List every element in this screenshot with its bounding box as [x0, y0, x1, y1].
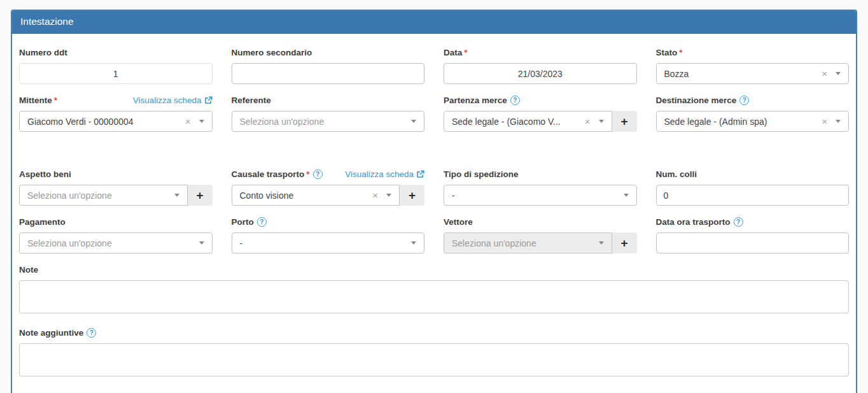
add-partenza-merce-button[interactable]: + [612, 111, 637, 132]
tipo-spedizione-label: Tipo di spedizione [444, 169, 637, 179]
tipo-spedizione-select[interactable]: - [444, 185, 637, 206]
clear-icon[interactable]: × [185, 117, 191, 126]
help-icon[interactable]: ? [87, 328, 96, 338]
note-aggiuntive-label: Note aggiuntive ? [19, 327, 849, 338]
plus-icon: + [409, 189, 416, 203]
field-partenza-merce: Partenza merce ? Sede legale - (Giacomo … [444, 95, 637, 132]
field-note-aggiuntive: Note aggiuntive ? [19, 327, 849, 379]
add-causale-trasporto-button[interactable]: + [400, 185, 424, 206]
field-pagamento: Pagamento Seleziona un'opzione [19, 217, 213, 254]
numero-ddt-label: Numero ddt [19, 47, 213, 57]
note-textarea[interactable] [19, 280, 849, 313]
field-num-colli: Num. colli [656, 169, 850, 206]
help-icon[interactable]: ? [313, 169, 323, 179]
external-link-icon [204, 96, 213, 104]
chevron-down-icon [199, 241, 204, 245]
mittente-select[interactable]: Giacomo Verdi - 00000004 × [19, 111, 213, 132]
required-asterisk: * [54, 96, 57, 105]
aspetto-beni-label: Aspetto beni [19, 169, 213, 179]
clear-icon[interactable]: × [585, 117, 591, 126]
field-aspetto-beni: Aspetto beni Seleziona un'opzione + [19, 169, 213, 206]
data-ora-trasporto-label: Data ora trasporto ? [656, 217, 850, 227]
destinazione-merce-label: Destinazione merce ? [656, 95, 850, 105]
field-data-ora-trasporto: Data ora trasporto ? [656, 217, 850, 254]
chevron-down-icon [836, 72, 841, 75]
form-row-1: Numero ddt Numero secondario Data* Stato… [19, 47, 849, 84]
note-label: Note [19, 264, 849, 275]
aspetto-beni-select[interactable]: Seleziona un'opzione [19, 185, 188, 206]
add-aspetto-beni-button[interactable]: + [188, 185, 213, 206]
panel-body: Numero ddt Numero secondario Data* Stato… [12, 34, 856, 393]
clear-icon[interactable]: × [822, 69, 827, 78]
porto-select[interactable]: - [232, 232, 425, 254]
field-numero-secondario: Numero secondario [232, 47, 425, 84]
referente-select[interactable]: Seleziona un'opzione [232, 111, 425, 132]
causale-trasporto-label: Causale trasporto* ? Visualizza scheda [232, 169, 425, 179]
chevron-down-icon [836, 120, 841, 123]
numero-secondario-input[interactable] [232, 63, 425, 84]
numero-secondario-label: Numero secondario [232, 47, 425, 57]
help-icon[interactable]: ? [734, 217, 743, 227]
data-label: Data* [444, 47, 637, 57]
data-input[interactable] [444, 63, 637, 84]
partenza-merce-select[interactable]: Sede legale - (Giacomo V... × [444, 111, 612, 132]
field-porto: Porto ? - [232, 217, 425, 254]
chevron-down-icon [599, 241, 604, 245]
chevron-down-icon [411, 241, 416, 245]
help-icon[interactable]: ? [510, 96, 520, 105]
required-asterisk: * [464, 48, 467, 57]
note-aggiuntive-textarea[interactable] [19, 343, 849, 376]
porto-label: Porto ? [232, 217, 425, 227]
chevron-down-icon [386, 194, 391, 197]
mittente-label: Mittente* Visualizza scheda [19, 95, 213, 105]
panel-title: Intestazione [20, 16, 74, 27]
aspetto-beni-group: Seleziona un'opzione + [19, 185, 213, 206]
vettore-label: Vettore [444, 217, 637, 227]
vettore-select: Seleziona un'opzione [444, 232, 612, 254]
pagamento-label: Pagamento [19, 217, 213, 227]
num-colli-input[interactable] [656, 185, 850, 206]
partenza-merce-label: Partenza merce ? [444, 95, 637, 105]
required-asterisk: * [679, 48, 682, 57]
field-data: Data* [444, 47, 637, 84]
chevron-down-icon [199, 120, 204, 123]
numero-ddt-input[interactable] [19, 63, 213, 84]
required-asterisk: * [306, 169, 309, 179]
field-tipo-spedizione: Tipo di spedizione - [444, 169, 637, 206]
num-colli-label: Num. colli [656, 169, 850, 179]
external-link-icon [416, 170, 424, 178]
chevron-down-icon [411, 120, 416, 123]
help-icon[interactable]: ? [739, 96, 749, 105]
add-vettore-button[interactable]: + [612, 232, 637, 254]
chevron-down-icon [174, 194, 179, 197]
destinazione-merce-select[interactable]: Sede legale - (Admin spa) × [656, 111, 850, 132]
field-numero-ddt: Numero ddt [19, 47, 213, 84]
causale-visualizza-scheda-link[interactable]: Visualizza scheda [345, 169, 424, 179]
data-ora-trasporto-input[interactable] [656, 232, 850, 254]
plus-icon: + [620, 236, 627, 250]
causale-trasporto-group: Conto visione × + [232, 185, 425, 206]
mittente-visualizza-scheda-link[interactable]: Visualizza scheda [133, 96, 213, 105]
causale-trasporto-select[interactable]: Conto visione × [232, 185, 400, 206]
field-stato: Stato* Bozza × [656, 47, 850, 84]
partenza-merce-group: Sede legale - (Giacomo V... × + [444, 111, 637, 132]
plus-icon: + [196, 189, 203, 203]
field-destinazione-merce: Destinazione merce ? Sede legale - (Admi… [656, 95, 850, 132]
pagamento-select[interactable]: Seleziona un'opzione [19, 232, 213, 254]
form-row-4: Pagamento Seleziona un'opzione Porto ? - [19, 217, 849, 254]
field-vettore: Vettore Seleziona un'opzione + [444, 217, 637, 254]
clear-icon[interactable]: × [372, 190, 378, 200]
stato-select[interactable]: Bozza × [656, 63, 850, 84]
help-icon[interactable]: ? [257, 217, 267, 227]
field-referente: Referente Seleziona un'opzione [232, 95, 425, 132]
field-note: Note [19, 264, 849, 316]
chevron-down-icon [599, 120, 604, 123]
clear-icon[interactable]: × [822, 117, 827, 126]
vettore-group: Seleziona un'opzione + [444, 232, 637, 254]
intestazione-panel: Intestazione Numero ddt Numero secondari… [11, 10, 857, 393]
panel-header: Intestazione [12, 11, 856, 34]
field-causale-trasporto: Causale trasporto* ? Visualizza scheda C… [232, 169, 425, 206]
chevron-down-icon [624, 194, 629, 197]
field-mittente: Mittente* Visualizza scheda Giacomo Verd… [19, 95, 213, 132]
stato-label: Stato* [656, 47, 850, 57]
